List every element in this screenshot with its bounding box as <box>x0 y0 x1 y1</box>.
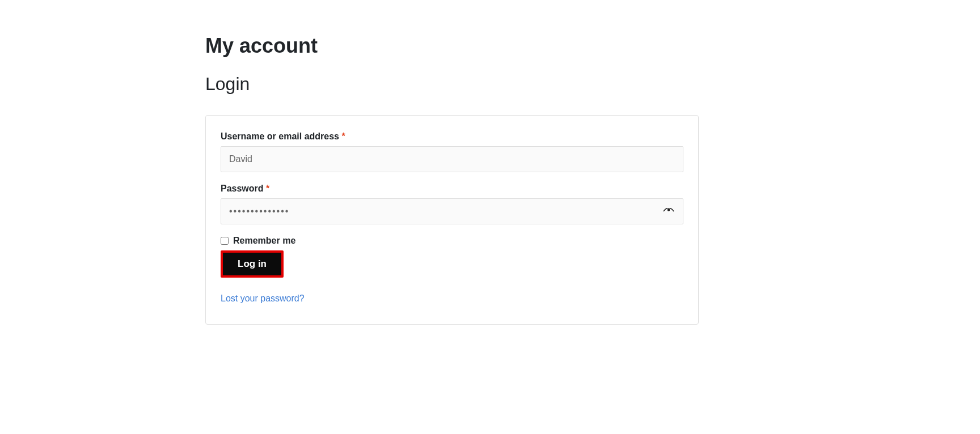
password-label: Password * <box>221 184 683 194</box>
password-label-text: Password <box>221 184 264 193</box>
lost-password-link[interactable]: Lost your password? <box>221 293 683 304</box>
page-title: My account <box>205 34 699 58</box>
login-container: My account Login Username or email addre… <box>205 0 699 325</box>
remember-me-label: Remember me <box>233 236 295 246</box>
required-mark: * <box>341 131 345 141</box>
toggle-password-visibility-button[interactable] <box>661 206 677 217</box>
username-label-text: Username or email address <box>221 131 339 141</box>
required-mark: * <box>266 184 269 193</box>
username-label: Username or email address * <box>221 131 683 142</box>
remember-me-checkbox[interactable] <box>221 237 229 245</box>
password-row: Password * <box>221 184 683 224</box>
login-form-box: Username or email address * Password * <box>205 115 699 325</box>
login-button[interactable]: Log in <box>221 250 284 278</box>
password-input[interactable] <box>221 198 683 224</box>
username-input[interactable] <box>221 146 683 172</box>
username-row: Username or email address * <box>221 131 683 172</box>
svg-point-0 <box>668 209 670 211</box>
remember-row: Remember me <box>221 236 683 246</box>
eye-icon <box>663 208 674 215</box>
section-title: Login <box>205 74 699 95</box>
password-input-wrapper <box>221 198 683 224</box>
